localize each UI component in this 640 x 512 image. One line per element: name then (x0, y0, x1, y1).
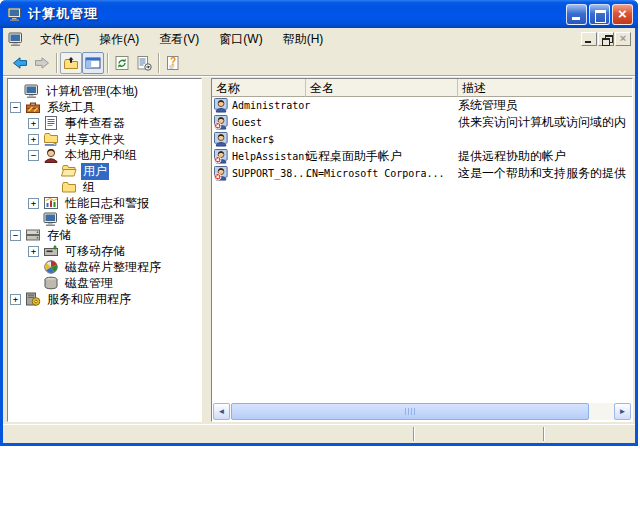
toolbar: ? (3, 50, 635, 76)
shared-folders-icon (43, 131, 59, 147)
disk-defragmenter-icon (43, 259, 59, 275)
menu-view[interactable]: 查看(V) (149, 29, 209, 50)
performance-logs-icon (43, 195, 59, 211)
expand-expander-icon[interactable] (28, 198, 39, 209)
event-viewer-icon (43, 115, 59, 131)
column-header-full-name[interactable]: 全名 (306, 79, 458, 97)
tree-item-system-tools[interactable]: 系统工具 (8, 99, 201, 115)
menu-window[interactable]: 窗口(W) (209, 29, 272, 50)
collapse-expander-icon[interactable] (10, 102, 21, 113)
expand-expander-icon[interactable] (28, 134, 39, 145)
tree-item-storage[interactable]: 存储 (8, 227, 201, 243)
user-disabled-icon (214, 149, 229, 164)
maximize-button[interactable] (589, 4, 610, 25)
tree-item-disk-defragmenter[interactable]: 磁盘碎片整理程序 (8, 259, 201, 275)
scroll-right-button[interactable] (614, 403, 631, 420)
column-header-description[interactable]: 描述 (458, 79, 632, 97)
forward-icon (34, 55, 50, 71)
refresh-button[interactable] (111, 52, 133, 74)
user-icon (214, 98, 229, 113)
refresh-icon (114, 55, 130, 71)
tree-item-shared-folders[interactable]: 共享文件夹 (8, 131, 201, 147)
collapse-expander-icon[interactable] (10, 230, 21, 241)
back-button[interactable] (9, 52, 31, 74)
expand-expander-icon[interactable] (28, 246, 39, 257)
console-tree-panel-icon (85, 55, 101, 71)
tree-item-computer-management[interactable]: 计算机管理(本地) (8, 83, 201, 99)
selected-tree-label: 用户 (81, 163, 109, 180)
list-row-hacker[interactable]: hacker$ (212, 131, 632, 148)
mdi-restore-button[interactable] (598, 32, 614, 46)
list-row-support[interactable]: SUPPORT_38... CN=Microsoft Corpora... 这是… (212, 165, 632, 182)
mdi-minimize-button[interactable] (581, 32, 597, 46)
services-and-applications-icon (25, 291, 41, 307)
storage-icon (25, 227, 41, 243)
open-folder-icon (61, 163, 77, 179)
user-disabled-icon (214, 115, 229, 130)
scroll-left-button[interactable] (213, 403, 230, 420)
tree-item-removable-storage[interactable]: 可移动存储 (8, 243, 201, 259)
expand-expander-icon[interactable] (28, 118, 39, 129)
tree-item-services-and-applications[interactable]: 服务和应用程序 (8, 291, 201, 307)
menu-file[interactable]: 文件(F) (30, 29, 89, 50)
list-row-guest[interactable]: Guest 供来宾访问计算机或访问域的内 (212, 114, 632, 131)
toolbar-separator (158, 53, 159, 73)
export-list-icon (136, 55, 152, 71)
expand-expander-icon[interactable] (10, 294, 21, 305)
computer-management-window: 计算机管理 × 文件(F) 操作(A) 查看(V) 窗口(W) 帮助(H) × (0, 0, 638, 446)
up-folder-icon (63, 55, 79, 71)
tree-item-event-viewer[interactable]: 事件查看器 (8, 115, 201, 131)
close-button[interactable]: × (612, 4, 633, 25)
help-button[interactable]: ? (162, 52, 184, 74)
list-header: 名称 全名 描述 (212, 79, 632, 97)
export-list-button[interactable] (133, 52, 155, 74)
menu-action[interactable]: 操作(A) (89, 29, 149, 50)
console-tree-panel: 计算机管理(本地) 系统工具 事件查看器 共享文件夹 (7, 78, 202, 422)
mdi-close-button[interactable]: × (615, 32, 631, 46)
up-one-level-button[interactable] (60, 52, 82, 74)
svg-text:?: ? (170, 55, 176, 66)
minimize-button[interactable] (566, 4, 587, 25)
menu-help[interactable]: 帮助(H) (273, 29, 334, 50)
column-header-name[interactable]: 名称 (212, 79, 306, 97)
tree-item-disk-management[interactable]: 磁盘管理 (8, 275, 201, 291)
computer-icon (7, 6, 23, 22)
tree-item-local-users-and-groups[interactable]: 本地用户和组 (8, 147, 201, 163)
disk-management-icon (43, 275, 59, 291)
list-row-helpassistant[interactable]: HelpAssistant 远程桌面助手帐户 提供远程协助的帐户 (212, 148, 632, 165)
back-icon (12, 55, 28, 71)
status-bar (3, 424, 635, 443)
device-manager-icon (43, 211, 59, 227)
window-title: 计算机管理 (28, 5, 98, 23)
user-list-panel: 名称 全名 描述 Administrator 系统管理员 Guest 供来宾访问… (211, 78, 633, 422)
help-icon: ? (165, 55, 181, 71)
user-disabled-icon (214, 166, 229, 181)
horizontal-scrollbar[interactable] (213, 403, 631, 420)
scrollbar-thumb[interactable] (231, 403, 589, 420)
titlebar: 计算机管理 × (0, 0, 638, 28)
menubar: 文件(F) 操作(A) 查看(V) 窗口(W) 帮助(H) × (3, 28, 635, 50)
toolbar-separator (56, 53, 57, 73)
computer-icon (24, 83, 40, 99)
tree-item-performance-logs[interactable]: 性能日志和警报 (8, 195, 201, 211)
local-users-and-groups-icon (43, 147, 59, 163)
tree-item-device-manager[interactable]: 设备管理器 (8, 211, 201, 227)
toolbar-separator (107, 53, 108, 73)
collapse-expander-icon[interactable] (28, 150, 39, 161)
user-icon (214, 132, 229, 147)
forward-button[interactable] (31, 52, 53, 74)
show-hide-console-tree-button[interactable] (82, 52, 104, 74)
removable-storage-icon (43, 243, 59, 259)
system-tools-icon (25, 99, 41, 115)
folder-icon (61, 179, 77, 195)
tree-item-groups[interactable]: 组 (8, 179, 201, 195)
status-bar-separator (413, 427, 415, 441)
status-bar-separator (543, 427, 545, 441)
list-row-administrator[interactable]: Administrator 系统管理员 (212, 97, 632, 114)
console-window-icon[interactable] (8, 31, 24, 47)
tree-item-users[interactable]: 用户 (8, 163, 201, 179)
